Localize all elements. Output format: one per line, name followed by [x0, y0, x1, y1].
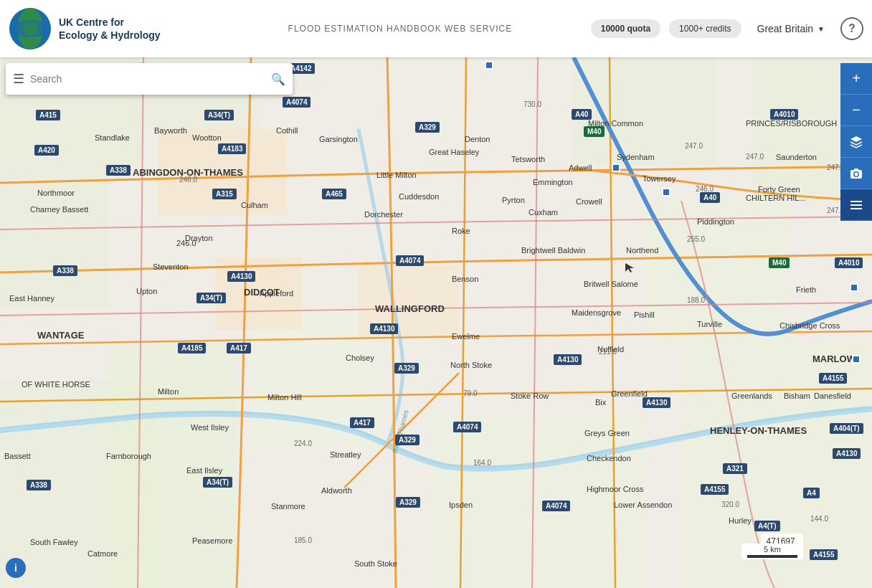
road-label-A4130-5: A4130 [833, 448, 861, 459]
map-number-11: 224.0 [294, 440, 312, 447]
help-button[interactable]: ? [840, 17, 863, 40]
map-number-1: 730.0 [523, 100, 541, 108]
road-label-M40-1: M40 [584, 126, 605, 137]
info-button[interactable]: i [6, 558, 26, 578]
town-label-south-fawley: South Fawley [30, 538, 78, 546]
town-label-great-haseley: Great Haseley [429, 148, 479, 156]
scale-line [747, 555, 797, 558]
town-label-bisham: Bisham [784, 392, 810, 400]
road-label-A34T-3: A34(T) [203, 477, 232, 488]
town-label-cuxham: Cuxham [529, 208, 558, 217]
town-label-north-stoke: North Stoke [450, 361, 492, 369]
header: UK Centre for Ecology & Hydrology FLOOD … [0, 0, 872, 57]
search-input[interactable] [30, 73, 265, 85]
layers-button[interactable] [840, 126, 872, 158]
town-label-wallingford: WALLINGFORD [375, 303, 445, 314]
logo-area: UK Centre for Ecology & Hydrology [9, 7, 209, 50]
zoom-out-button[interactable]: − [840, 95, 872, 126]
town-label-upton: Upton [136, 287, 157, 295]
camera-button[interactable] [840, 158, 872, 189]
town-label-steventon: Steventon [153, 262, 189, 271]
road-label-A4130-1: A4130 [227, 271, 255, 282]
town-label-milton-common: Milton Common [588, 119, 643, 128]
town-label-brightwell: Brightwell Baldwin [521, 246, 585, 255]
road-label-A4130-2: A4130 [370, 323, 398, 334]
town-label-garsington: Garsington [319, 135, 358, 143]
town-label-cuddesdon: Cuddesdon [399, 192, 439, 201]
search-icon[interactable]: 🔍 [271, 72, 285, 86]
town-label-britwell: Britwell Salome [584, 280, 638, 288]
svg-rect-24 [850, 201, 862, 202]
svg-rect-25 [850, 204, 862, 206]
town-label-west-ilsley: West Ilsley [191, 423, 229, 432]
road-label-A4130-4: A4130 [643, 397, 670, 408]
map-container[interactable]: River Thames A4142 A4074 A34(T) A415 A42… [0, 57, 872, 588]
map-number-4: 247.0 [746, 153, 764, 161]
map-controls: + − [840, 63, 872, 221]
svg-point-22 [855, 172, 858, 176]
road-label-M40-2: M40 [769, 257, 790, 268]
road-label-A34T-1: A34(T) [204, 110, 234, 120]
town-label-cothill: Cothill [276, 126, 298, 135]
town-label-henley: HENLEY-ON-THAMES [710, 425, 807, 436]
map-number-5: 246.0 [696, 185, 714, 193]
road-label-A338-3: A338 [27, 480, 51, 490]
town-label-peasemore: Peasemore [192, 536, 232, 545]
town-label-roke: Roke [452, 227, 470, 235]
town-label-turville: Turville [697, 320, 722, 328]
town-label-stoke-row: Stoke Row [511, 392, 549, 400]
town-label-milton-hill: Milton Hill [267, 393, 302, 402]
road-label-A465: A465 [322, 189, 346, 199]
map-background: River Thames [0, 57, 872, 588]
town-label-culham: Culham [241, 201, 268, 209]
road-label-A329-3: A329 [395, 435, 420, 445]
town-label-east-ilsley: East Ilsley [186, 466, 222, 475]
town-label-standlake: Standlake [95, 133, 130, 142]
road-label-A338-2: A338 [53, 265, 77, 276]
town-label-sydenham: Sydenham [617, 153, 655, 161]
town-label-tetsworth: Tetsworth [511, 155, 545, 163]
region-selector[interactable]: Great Britain ▼ [750, 19, 833, 39]
town-label-catmore: Catmore [87, 549, 118, 558]
town-label-appleford: Appleford [260, 289, 293, 298]
town-label-bix: Bix [595, 398, 606, 407]
map-number-10: 188.0 [687, 296, 705, 304]
svg-rect-7 [0, 165, 108, 308]
road-label-A4074-3: A4074 [453, 422, 481, 432]
town-label-greys-green: Greys Green [584, 429, 630, 437]
map-number-13: 164.0 [473, 459, 491, 467]
town-label-towersey: Towersey [643, 174, 676, 183]
map-number-6: 255.0 [687, 235, 705, 243]
town-label-bayworth: Bayworth [154, 126, 187, 135]
town-label-ewelme: Ewelme [452, 332, 480, 341]
map-number-16: 144.0 [810, 515, 828, 523]
zoom-in-button[interactable]: + [840, 63, 872, 95]
road-label-A40-2: A40 [700, 192, 720, 203]
town-label-dorchester: Dorchester [364, 210, 403, 219]
list-button[interactable] [840, 189, 872, 221]
town-label-northend: Northend [626, 246, 658, 255]
svg-rect-26 [850, 208, 862, 209]
town-label-frieth: Frieth [796, 285, 816, 294]
town-label-milton: Milton [158, 387, 179, 396]
road-label-A4: A4 [803, 488, 820, 498]
map-number-14: 185.0 [294, 536, 312, 544]
town-label-white-horse: OF WHITE HORSE [22, 380, 90, 389]
list-icon [849, 198, 863, 212]
search-bar: ☰ 🔍 [6, 63, 293, 95]
road-label-A329-1: A329 [415, 122, 440, 133]
town-label-streatley: Streatley [330, 450, 361, 459]
road-label-A417-2: A417 [350, 417, 374, 428]
road-label-A329-4: A329 [396, 497, 420, 508]
town-label-hurley: Hurley [729, 516, 752, 525]
logo-image [9, 7, 52, 50]
town-label-chisbridge: Chisbridge Cross [779, 321, 840, 330]
hamburger-icon[interactable]: ☰ [13, 71, 24, 87]
road-label-A315: A315 [212, 189, 237, 199]
town-label-wantage: WANTAGE [37, 330, 84, 341]
road-label-A4074-1: A4074 [283, 97, 311, 108]
town-label-bassett: Bassett [4, 452, 31, 460]
road-label-A4T: A4(T) [754, 521, 780, 531]
town-label-forty-green: Forty Green [758, 185, 800, 194]
road-label-A4130-3: A4130 [554, 354, 582, 365]
